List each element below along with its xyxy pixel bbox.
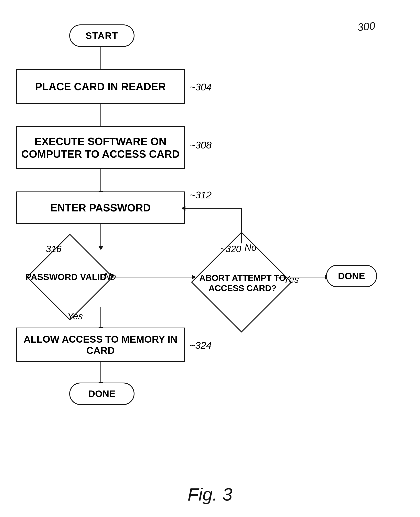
ref-320-label: ~320 [220,244,241,254]
ref-308-label: ~308 [189,140,211,151]
label-no-320: No [245,242,256,253]
box-execute-software: EXECUTE SOFTWARE ON COMPUTER TO ACCESS C… [16,126,185,169]
flowchart-diagram: 300 START PLACE CARD IN READER ~304 EXEC… [0,8,420,436]
label-no-316: No [104,271,116,282]
ref-300-label: 300 [357,20,376,33]
ref-312-label: ~312 [189,189,211,201]
ref-324-label: ~324 [189,340,211,351]
box-enter-password: ENTER PASSWORD [16,192,185,224]
arrow-316-yes-to-324 [100,307,101,328]
done-oval-bottom: DONE [69,383,135,405]
start-oval: START [69,24,135,47]
arrow-324-to-done-bottom [100,362,101,383]
figure-caption: Fig. 3 [0,484,420,505]
diamond-320-text: ABORT ATTEMPT TO ACCESS CARD? [189,250,295,317]
arrow-308-to-312 [100,169,101,192]
ref-316-label: 316 [46,244,61,254]
arrow-312-to-316 [100,224,101,246]
arrow-304-to-308 [100,104,101,126]
label-yes-316: Yes [67,311,83,322]
arrow-320-to-done-right [277,277,326,277]
arrow-320-no-up [241,208,242,244]
arrow-316-no-to-320 [100,277,192,277]
box-allow-access: ALLOW ACCESS TO MEMORY IN CARD [16,328,185,362]
label-yes-320: Yes [283,274,299,285]
arrow-320-no-horizontal [185,208,242,209]
done-oval-right: DONE [326,265,377,287]
ref-304-label: ~304 [189,81,211,93]
arrow-start-to-304 [100,47,101,69]
box-place-card: PLACE CARD IN READER [16,69,185,104]
